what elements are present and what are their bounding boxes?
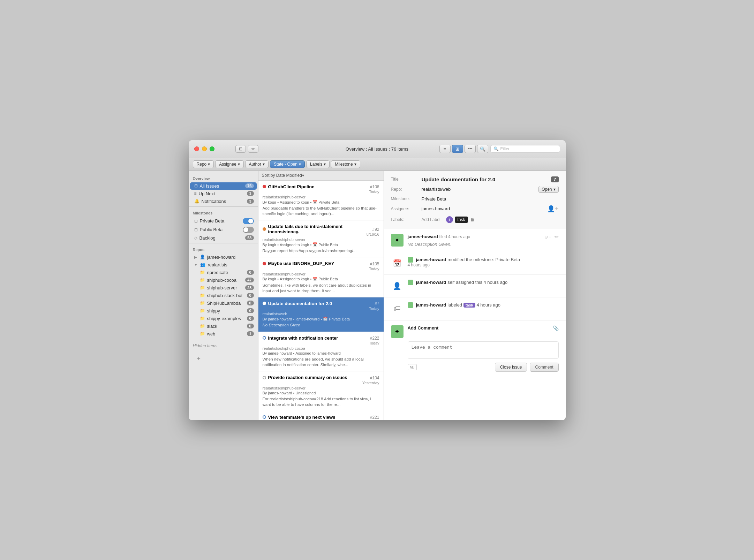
search-bar[interactable]: 🔍 Filter bbox=[490, 145, 560, 153]
attachment-icon[interactable]: 📎 bbox=[553, 325, 559, 331]
shiphubl-label: ShipHubLambda bbox=[207, 301, 245, 306]
npredicate-badge: 0 bbox=[247, 270, 254, 275]
repo-filter[interactable]: Repo ▾ bbox=[193, 160, 214, 168]
table-row[interactable]: Update documentation for 2.0 #7 Today re… bbox=[258, 297, 384, 332]
search-icon: 🔍 bbox=[493, 146, 499, 151]
activity-author: james-howard bbox=[408, 234, 438, 239]
hidden-items-label: Hidden Items bbox=[189, 341, 258, 351]
shiphub-slack-bot-badge: 0 bbox=[247, 293, 254, 298]
repo-chevron-icon: ▾ bbox=[208, 162, 210, 167]
milestone-value: Private Beta bbox=[422, 196, 559, 202]
label-tag: task bbox=[455, 217, 468, 223]
private-beta-toggle[interactable] bbox=[243, 218, 254, 224]
table-row[interactable]: Maybe use IGNORE_DUP_KEY #105 Today real… bbox=[258, 257, 384, 297]
shiphub-cocoa-badge: 47 bbox=[245, 278, 254, 282]
state-select[interactable]: Open ▾ bbox=[538, 186, 558, 193]
list-view-button[interactable]: ≡ bbox=[439, 145, 451, 153]
sidebar-item-james-howard[interactable]: ▶ 👤 james-howard bbox=[190, 253, 257, 261]
sidebar-item-shiphubl[interactable]: 📁 ShipHubLambda 0 bbox=[190, 300, 257, 307]
labels-row: Labels: Add Label + task 🗑 bbox=[391, 216, 559, 223]
edit-button[interactable]: ✏ bbox=[555, 234, 559, 240]
chart-view-button[interactable]: 〜 bbox=[465, 145, 476, 153]
table-row[interactable]: Update fails due to intra-statement inco… bbox=[258, 220, 384, 257]
avatar-sm-2 bbox=[408, 280, 413, 285]
assignee-chevron-icon: ▾ bbox=[238, 162, 240, 167]
milestone-icon-4: 📅 bbox=[323, 317, 328, 321]
sidebar-item-shippy-examples[interactable]: 📁 shippy-examples 0 bbox=[190, 315, 257, 322]
add-comment-title: Add Comment bbox=[408, 325, 549, 331]
delete-label-button[interactable]: 🗑 bbox=[470, 217, 475, 222]
sidebar-item-backlog[interactable]: ◇ Backlog 58 bbox=[190, 234, 257, 242]
milestone-filter[interactable]: Milestone ▾ bbox=[331, 160, 360, 168]
list-icon: ≡ bbox=[444, 146, 446, 152]
reaction-button[interactable]: ☺+ bbox=[544, 234, 551, 240]
table-row[interactable]: Provide reaction summary on issues #104 … bbox=[258, 371, 384, 411]
sidebar-item-npredicate[interactable]: 📁 npredicate 0 bbox=[190, 269, 257, 276]
issue-title: View teammate's up next views bbox=[263, 415, 362, 420]
sidebar-item-shippy[interactable]: 📁 shippy 0 bbox=[190, 307, 257, 315]
sidebar-item-shiphub-slack-bot[interactable]: 📁 shiphub-slack-bot 0 bbox=[190, 292, 257, 299]
shiphub-cocoa-label: shiphub-cocoa bbox=[207, 278, 243, 283]
close-issue-button[interactable]: Close Issue bbox=[495, 363, 527, 372]
table-row[interactable]: GitHubClient Pipeline #106 Today realart… bbox=[258, 181, 384, 221]
table-row[interactable]: Integrate with notification center #222 … bbox=[258, 332, 384, 372]
sidebar-item-private-beta[interactable]: ⊡ Private Beta bbox=[190, 217, 257, 225]
issue-description: No Description Given bbox=[263, 322, 379, 328]
state-filter[interactable]: State - Open ▾ bbox=[270, 160, 305, 168]
compose-button[interactable]: ✏ bbox=[248, 145, 258, 153]
issue-title-value: Update documentation for 2.0 bbox=[422, 176, 549, 182]
activity-body: No Description Given. bbox=[408, 242, 559, 247]
expand-icon: ▶ bbox=[194, 255, 197, 259]
issue-header: Provide reaction summary on issues #104 … bbox=[263, 375, 379, 385]
issue-number: #92 bbox=[372, 227, 379, 232]
public-beta-toggle[interactable] bbox=[243, 227, 254, 233]
assignee-filter[interactable]: Assignee ▾ bbox=[215, 160, 243, 168]
grid-view-button[interactable]: ⊞ bbox=[452, 145, 463, 153]
labels-filter[interactable]: Labels ▾ bbox=[306, 160, 330, 168]
activity-content: james-howard filed 4 hours ago ☺+ ✏ No D… bbox=[408, 234, 559, 247]
issue-status-dot bbox=[263, 376, 266, 379]
issue-title: Provide reaction summary on issues bbox=[263, 375, 362, 380]
activity-event: james-howard labeled task 4 hours ago bbox=[408, 302, 559, 308]
sidebar-item-notifications[interactable]: 🔔 Notifications 3 bbox=[190, 198, 257, 205]
sidebar-item-shiphub-server[interactable]: 📁 shiphub-server 28 bbox=[190, 284, 257, 292]
repo-row: Repo: realartists/web Open ▾ bbox=[391, 186, 559, 193]
chart-icon: 〜 bbox=[468, 146, 473, 152]
repo-icon-3: 📁 bbox=[200, 285, 205, 290]
sidebar-item-realartists[interactable]: ▼ 👥 realartists bbox=[190, 261, 257, 268]
sidebar-item-shiphub-cocoa[interactable]: 📁 shiphub-cocoa 47 bbox=[190, 277, 257, 284]
sidebar-item-slack[interactable]: 📁 slack 0 bbox=[190, 323, 257, 330]
repo-icon-4: 📁 bbox=[200, 293, 205, 298]
sidebar-toggle-button[interactable]: ⊟ bbox=[235, 145, 246, 153]
table-row[interactable]: View teammate's up next views #221 Yeste… bbox=[258, 411, 384, 420]
comment-textarea[interactable] bbox=[408, 341, 559, 359]
add-button[interactable]: + bbox=[193, 353, 205, 365]
issue-description: Sometimes, like with labels, we don't ca… bbox=[263, 282, 379, 294]
activity-header: james-howard filed 4 hours ago ☺+ ✏ bbox=[408, 234, 559, 240]
issue-meta: By james-howard • james-howard • 📅 Priva… bbox=[263, 317, 379, 321]
add-label-button[interactable]: + bbox=[446, 216, 453, 223]
add-label-text[interactable]: Add Label bbox=[422, 217, 440, 222]
issue-repo: realartists/shiphub-server bbox=[263, 195, 379, 199]
main-layout: Overview ⊟ All Issues 76 ≡ Up Next 1 🔔 N… bbox=[189, 171, 566, 420]
list-item: 📅 james-howard modified the milestone: P… bbox=[384, 252, 566, 275]
minimize-button[interactable] bbox=[202, 146, 207, 151]
close-button[interactable] bbox=[194, 146, 199, 151]
maximize-button[interactable] bbox=[210, 146, 214, 151]
sidebar-item-all-issues[interactable]: ⊟ All Issues 76 bbox=[190, 182, 257, 190]
main-window: ⊟ ✏ Overview : All Issues : 76 items ≡ ⊞… bbox=[189, 140, 566, 420]
sidebar-item-web[interactable]: 📁 web 1 bbox=[190, 330, 257, 338]
sidebar-item-public-beta[interactable]: ⊡ Public Beta bbox=[190, 226, 257, 234]
search-button[interactable]: 🔍 bbox=[477, 145, 488, 153]
add-assignee-button[interactable]: 👤+ bbox=[547, 205, 559, 213]
user-icon: 👤 bbox=[200, 255, 205, 259]
sort-bar[interactable]: Sort by Date Modified ▾ bbox=[258, 171, 384, 181]
sidebar-item-up-next[interactable]: ≡ Up Next 1 bbox=[190, 190, 257, 197]
issue-date: Today bbox=[369, 307, 379, 311]
shiphub-server-label: shiphub-server bbox=[207, 285, 243, 290]
issue-number: #105 bbox=[370, 262, 379, 266]
calendar-icon: 📅 bbox=[391, 257, 404, 270]
author-filter[interactable]: Author ▾ bbox=[245, 160, 269, 168]
comment-button[interactable]: Comment bbox=[530, 363, 558, 372]
issue-number: #106 bbox=[370, 184, 379, 189]
